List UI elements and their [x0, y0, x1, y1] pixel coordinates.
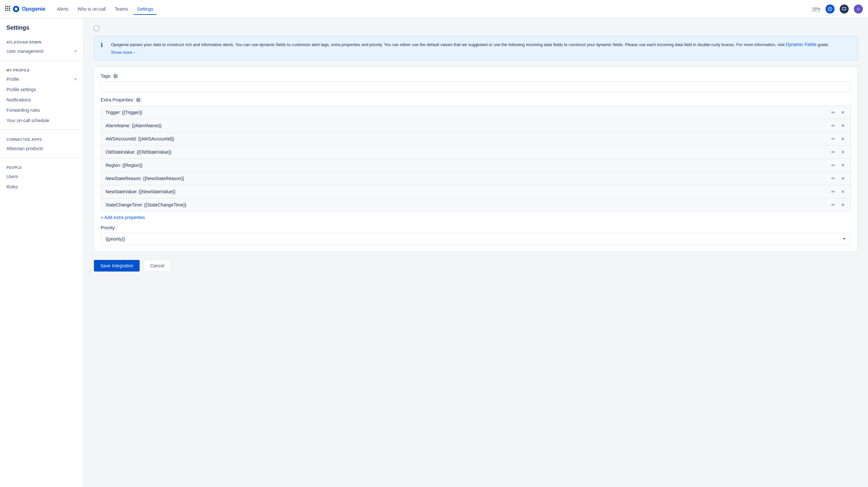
prop-actions-new-state-reason: ✏✕: [830, 175, 846, 182]
sidebar-item-profile-settings[interactable]: Profile settings: [0, 84, 83, 95]
extra-props-label-text: Extra Properties:: [101, 97, 134, 103]
svg-rect-11: [843, 7, 846, 10]
prop-value-alarm-name: AlarmName: {{AlarmName}}: [105, 123, 161, 128]
svg-rect-7: [7, 10, 8, 11]
show-more-link[interactable]: Show more ›: [111, 50, 135, 55]
chevron-right-icon: ›: [133, 50, 135, 55]
sidebar-item-atlassian-products[interactable]: Atlassian products: [0, 143, 83, 154]
notifications-icon[interactable]: [840, 4, 849, 13]
prop-actions-alarm-name: ✏✕: [830, 122, 846, 129]
sidebar-title: Settings: [0, 25, 83, 36]
sidebar-section-connected-apps: CONNECTED APPS: [0, 134, 83, 143]
prop-actions-state-change-time: ✏✕: [830, 202, 846, 208]
edit-prop-trigger[interactable]: ✏: [830, 109, 836, 116]
nav-teams[interactable]: Teams: [111, 4, 132, 15]
delete-prop-alarm-name[interactable]: ✕: [840, 122, 846, 129]
sidebar-section-my-profile: MY PROFILE: [0, 64, 83, 74]
app-name: Opsgenie: [22, 6, 45, 12]
delete-prop-trigger[interactable]: ✕: [840, 109, 846, 116]
user-avatar[interactable]: U: [854, 4, 863, 13]
nav-alerts[interactable]: Alerts: [53, 4, 72, 15]
prop-row-new-state-value: NewStateValue: {{NewStateValue}}✏✕: [101, 185, 851, 198]
svg-rect-0: [5, 6, 6, 7]
dynamic-fields-link[interactable]: Dynamic Fields: [786, 42, 816, 47]
sidebar-label-profile-settings: Profile settings: [6, 87, 36, 92]
tags-input[interactable]: [101, 81, 851, 92]
sidebar-label-forwarding-rules: Forwarding rules: [6, 108, 40, 113]
sidebar-item-profile[interactable]: Profile ↗: [0, 74, 83, 84]
sidebar: Settings ATLASSIAN ADMIN User management…: [0, 18, 84, 487]
save-integration-button[interactable]: Save Integration: [94, 260, 140, 271]
edit-prop-alarm-name[interactable]: ✏: [830, 122, 836, 129]
progress-percent[interactable]: 16%: [812, 6, 820, 11]
main-checkbox[interactable]: [94, 26, 99, 31]
delete-prop-region[interactable]: ✕: [840, 162, 846, 168]
sidebar-label-atlassian-products: Atlassian products: [6, 146, 43, 151]
sidebar-section-atlassian-admin: ATLASSIAN ADMIN: [0, 36, 83, 46]
priority-select[interactable]: {{priority}}: [101, 233, 851, 245]
svg-rect-5: [9, 8, 10, 9]
sidebar-item-on-call-schedule[interactable]: Your on-call schedule: [0, 115, 83, 125]
show-more-text: Show more: [111, 50, 132, 55]
prop-row-alarm-name: AlarmName: {{AlarmName}}✏✕: [101, 119, 851, 132]
sidebar-label-profile: Profile: [6, 77, 19, 82]
sidebar-label-user-management: User management: [6, 49, 43, 54]
extra-props-help-icon[interactable]: ?: [136, 97, 141, 102]
edit-prop-region[interactable]: ✏: [830, 162, 836, 168]
info-box: ℹ Opsgenie parses your data to construct…: [94, 36, 858, 60]
grid-icon: [5, 6, 10, 12]
divider-3: [0, 157, 83, 158]
svg-rect-3: [5, 8, 6, 9]
delete-prop-new-state-reason[interactable]: ✕: [840, 175, 846, 182]
sidebar-item-users[interactable]: Users: [0, 171, 83, 182]
divider-2: [0, 130, 83, 130]
delete-prop-new-state-value[interactable]: ✕: [840, 189, 846, 195]
priority-wrapper: {{priority}}: [101, 233, 851, 245]
delete-prop-state-change-time[interactable]: ✕: [840, 202, 846, 208]
extra-properties-list: Trigger: {{Trigger}}✏✕AlarmName: {{Alarm…: [101, 106, 851, 211]
form-section: Tags: ? Extra Properties: ? Trigger: {{T…: [94, 67, 858, 252]
divider-1: [0, 60, 83, 61]
tags-label-text: Tags:: [101, 74, 111, 79]
compass-icon[interactable]: [826, 4, 835, 13]
edit-prop-old-state-value[interactable]: ✏: [830, 149, 836, 155]
main-content: ℹ Opsgenie parses your data to construct…: [84, 18, 868, 487]
sidebar-item-forwarding-rules[interactable]: Forwarding rules: [0, 105, 83, 115]
topnav: Opsgenie Alerts Who is on-call Teams Set…: [0, 0, 868, 18]
sidebar-label-notifications: Notifications: [6, 97, 31, 103]
sidebar-label-users: Users: [6, 174, 18, 179]
nav-links: Alerts Who is on-call Teams Settings: [53, 4, 812, 14]
delete-prop-aws-account-id[interactable]: ✕: [840, 136, 846, 142]
svg-rect-4: [7, 8, 8, 9]
sidebar-label-roles: Roles: [6, 184, 18, 190]
tags-help-icon[interactable]: ?: [113, 74, 118, 78]
checkbox-row: [94, 26, 858, 31]
cancel-button[interactable]: Cancel: [144, 260, 171, 272]
prop-value-new-state-reason: NewStateReason: {{NewStateReason}}: [105, 176, 184, 181]
sidebar-item-roles[interactable]: Roles: [0, 182, 83, 192]
prop-row-new-state-reason: NewStateReason: {{NewStateReason}}✏✕: [101, 172, 851, 185]
edit-prop-new-state-value[interactable]: ✏: [830, 189, 836, 195]
nav-settings[interactable]: Settings: [133, 4, 157, 15]
sidebar-section-people: PEOPLE: [0, 162, 83, 171]
tags-label: Tags: ?: [101, 74, 851, 79]
svg-rect-1: [7, 6, 8, 7]
edit-prop-new-state-reason[interactable]: ✏: [830, 175, 836, 182]
sidebar-item-notifications[interactable]: Notifications: [0, 95, 83, 105]
edit-prop-aws-account-id[interactable]: ✏: [830, 136, 836, 142]
sidebar-item-user-management[interactable]: User management ↗: [0, 46, 83, 56]
info-icon: ℹ: [101, 41, 107, 55]
priority-label: Priority:: [101, 225, 851, 230]
action-row: Save Integration Cancel: [94, 260, 858, 272]
nav-who-is-on-call[interactable]: Who is on-call: [74, 4, 110, 15]
delete-prop-old-state-value[interactable]: ✕: [840, 149, 846, 155]
edit-prop-state-change-time[interactable]: ✏: [830, 202, 836, 208]
app-logo[interactable]: Opsgenie: [5, 6, 45, 12]
sidebar-label-on-call-schedule: Your on-call schedule: [6, 118, 49, 123]
prop-value-state-change-time: StateChangeTime: {{StateChangeTime}}: [105, 202, 186, 207]
prop-value-new-state-value: NewStateValue: {{NewStateValue}}: [105, 189, 175, 194]
prop-row-state-change-time: StateChangeTime: {{StateChangeTime}}✏✕: [101, 198, 851, 211]
add-extra-props-link[interactable]: + Add extra properties: [101, 215, 145, 220]
prop-actions-old-state-value: ✏✕: [830, 149, 846, 155]
prop-value-aws-account-id: AWSAccountId: {{AWSAccountId}}: [105, 136, 174, 141]
